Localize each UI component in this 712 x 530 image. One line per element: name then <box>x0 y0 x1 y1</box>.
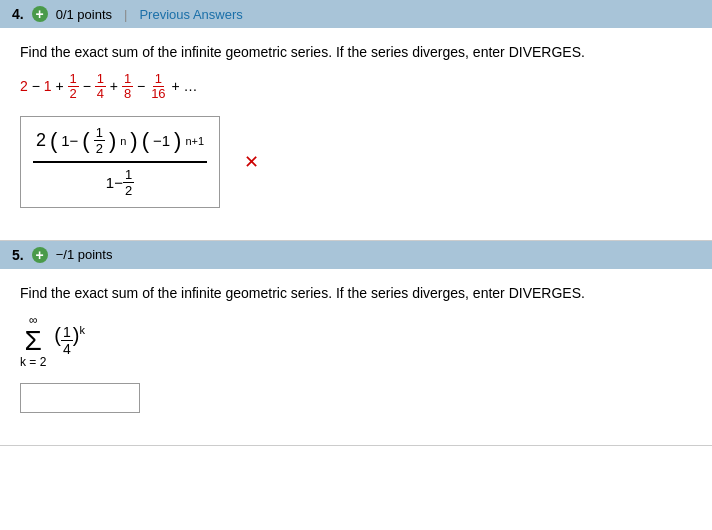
q4-question-text: Find the exact sum of the infinite geome… <box>20 44 692 60</box>
q4-answer-fraction: 2 ( 1− ( 1 2 ) n ) ( −1 ) <box>33 125 207 199</box>
q5-answer-blank-container <box>20 383 692 413</box>
denom-half-frac: 1 2 <box>123 167 134 199</box>
sum-bottom-limit: k = 2 <box>20 355 46 369</box>
neg-one-paren-open: ( <box>142 128 149 154</box>
coeff-2: 2 <box>36 130 46 151</box>
q5-summation: ∞ Σ k = 2 ( 1 4 ) k <box>20 313 692 369</box>
half-frac: 1 2 <box>94 125 105 157</box>
q4-answer-numerator: 2 ( 1− ( 1 2 ) n ) ( −1 ) <box>33 125 207 163</box>
one-minus: 1− <box>61 132 78 149</box>
q4-points: 0/1 points <box>56 7 112 22</box>
q4-answer-box: 2 ( 1− ( 1 2 ) n ) ( −1 ) <box>20 116 220 208</box>
q4-prev-answers-link[interactable]: Previous Answers <box>139 7 242 22</box>
q5-question-text: Find the exact sum of the infinite geome… <box>20 285 692 301</box>
q5-plus-icon: + <box>32 247 48 263</box>
paren-left: ( <box>54 324 61 347</box>
q4-plus-icon: + <box>32 6 48 22</box>
sum-term: ( 1 4 ) k <box>54 324 85 359</box>
q4-number: 4. <box>12 6 24 22</box>
paren-right: ) <box>73 324 80 347</box>
series-term-1: 2 <box>20 78 28 94</box>
q4-separator: | <box>124 7 127 22</box>
series-frac-4: 1 16 <box>149 78 171 94</box>
paren-open-inner: ( <box>82 128 89 154</box>
neg-one-paren-close: ) <box>174 128 181 154</box>
paren-close-inner: ) <box>109 128 116 154</box>
question-5: 5. + −/1 points Find the exact sum of th… <box>0 241 712 446</box>
paren-close-outer: ) <box>130 128 137 154</box>
q4-answer-row: 2 ( 1− ( 1 2 ) n ) ( −1 ) <box>20 116 692 208</box>
q5-answer-input[interactable] <box>20 383 140 413</box>
q5-body: Find the exact sum of the infinite geome… <box>0 269 712 429</box>
question-4: 4. + 0/1 points | Previous Answers Find … <box>0 0 712 241</box>
q4-header: 4. + 0/1 points | Previous Answers <box>0 0 712 28</box>
series-frac-3: 1 8 <box>122 78 137 94</box>
neg-one: −1 <box>153 132 170 149</box>
series-frac-1: 1 2 <box>68 78 83 94</box>
series-term-2: 1 <box>44 78 52 94</box>
wrong-icon: ✕ <box>244 151 259 173</box>
q5-header: 5. + −/1 points <box>0 241 712 269</box>
denom-1-minus: 1− <box>106 174 123 191</box>
quarter-frac: 1 4 <box>61 324 73 359</box>
sum-wrapper: ∞ Σ k = 2 <box>20 313 46 369</box>
series-frac-2: 1 4 <box>95 78 110 94</box>
exp-n-plus-1: n+1 <box>185 135 204 147</box>
exponent-k: k <box>79 324 85 336</box>
q5-points: −/1 points <box>56 247 113 262</box>
q5-number: 5. <box>12 247 24 263</box>
exp-n: n <box>120 135 126 147</box>
q4-answer-denominator: 1− 1 2 <box>106 163 134 199</box>
sigma-symbol: Σ <box>25 327 42 355</box>
q4-body: Find the exact sum of the infinite geome… <box>0 28 712 224</box>
paren-open-outer: ( <box>50 128 57 154</box>
q4-series: 2 − 1 + 1 2 − 1 4 + 1 <box>20 72 692 102</box>
